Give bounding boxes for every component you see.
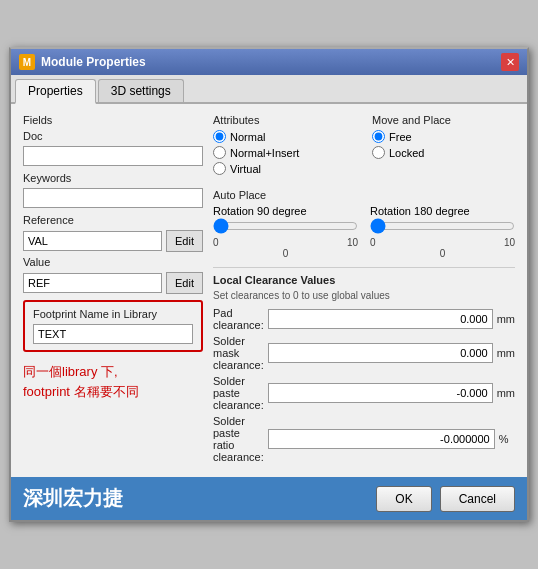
app-icon: M xyxy=(19,54,35,70)
value-input[interactable] xyxy=(23,273,162,293)
move-locked-label: Locked xyxy=(389,147,424,159)
reference-input[interactable] xyxy=(23,231,162,251)
value-row: Edit xyxy=(23,272,203,294)
module-properties-window: M Module Properties ✕ Properties 3D sett… xyxy=(9,47,529,522)
rotation90-slider[interactable] xyxy=(213,219,358,233)
note-text: 同一個library 下, footprint 名稱要不同 xyxy=(23,362,203,401)
clearance-label-0: Pad clearance: xyxy=(213,307,264,331)
rotation90-track xyxy=(213,219,358,235)
auto-place-title: Auto Place xyxy=(213,189,515,201)
attr-normal-label: Normal xyxy=(230,131,265,143)
clearance-value-2[interactable] xyxy=(268,383,493,403)
bottom-brand-text: 深圳宏力捷 xyxy=(23,485,123,512)
move-free: Free xyxy=(372,130,515,143)
attr-normal-insert: Normal+Insert xyxy=(213,146,356,159)
attr-virtual: Virtual xyxy=(213,162,356,175)
tab-3d-settings[interactable]: 3D settings xyxy=(98,79,184,102)
bottom-bar: 深圳宏力捷 OK Cancel xyxy=(11,477,527,520)
rotation90-numbers: 0 10 xyxy=(213,237,358,248)
clearance-unit-1: mm xyxy=(497,347,515,359)
rotation90-min: 0 xyxy=(213,237,219,248)
rotation90-label: Rotation 90 degree xyxy=(213,205,358,217)
move-place-title: Move and Place xyxy=(372,114,515,126)
rotation180-min: 0 xyxy=(370,237,376,248)
clearance-unit-2: mm xyxy=(497,387,515,399)
note-line2: footprint 名稱要不同 xyxy=(23,382,203,402)
fp-name-label: Footprint Name in Library xyxy=(33,308,193,320)
move-free-label: Free xyxy=(389,131,412,143)
rotation180-max: 10 xyxy=(504,237,515,248)
ok-button[interactable]: OK xyxy=(376,486,431,512)
attr-normalinsert-radio[interactable] xyxy=(213,146,226,159)
main-content: Fields Doc Keywords Reference Edit Value xyxy=(11,104,527,477)
rotation180-track xyxy=(370,219,515,235)
right-column: Attributes Normal Normal+Insert xyxy=(213,114,515,467)
button-group: OK Cancel xyxy=(376,486,515,512)
window-title: Module Properties xyxy=(41,55,146,69)
fields-label: Fields xyxy=(23,114,203,126)
rotation180-value: 0 xyxy=(370,248,515,259)
move-place-section: Move and Place Free Locked xyxy=(372,114,515,181)
reference-row: Edit xyxy=(23,230,203,252)
clearance-value-0[interactable] xyxy=(268,309,493,329)
doc-label: Doc xyxy=(23,130,203,142)
reference-edit-button[interactable]: Edit xyxy=(166,230,203,252)
value-edit-button[interactable]: Edit xyxy=(166,272,203,294)
clearance-section: Local Clearance Values Set clearances to… xyxy=(213,267,515,463)
move-locked: Locked xyxy=(372,146,515,159)
rotation90-max: 10 xyxy=(347,237,358,248)
attributes-title: Attributes xyxy=(213,114,356,126)
auto-place-section: Auto Place Rotation 90 degree 0 10 0 xyxy=(213,189,515,259)
top-right-sections: Attributes Normal Normal+Insert xyxy=(213,114,515,181)
move-locked-radio[interactable] xyxy=(372,146,385,159)
keywords-input[interactable] xyxy=(23,188,203,208)
doc-input[interactable] xyxy=(23,146,203,166)
clearance-value-1[interactable] xyxy=(268,343,493,363)
rotation180-numbers: 0 10 xyxy=(370,237,515,248)
cancel-button[interactable]: Cancel xyxy=(440,486,515,512)
note-line1: 同一個library 下, xyxy=(23,362,203,382)
clearance-label-2: Solder paste clearance: xyxy=(213,375,264,411)
clearance-row-2: Solder paste clearance: mm xyxy=(213,375,515,411)
rotation90-group: Rotation 90 degree 0 10 0 xyxy=(213,205,358,259)
attr-normal: Normal xyxy=(213,130,356,143)
tabs-bar: Properties 3D settings xyxy=(11,75,527,104)
left-column: Fields Doc Keywords Reference Edit Value xyxy=(23,114,203,467)
clearance-value-3[interactable] xyxy=(268,429,495,449)
rotation180-label: Rotation 180 degree xyxy=(370,205,515,217)
clearance-title: Local Clearance Values xyxy=(213,274,515,286)
move-place-radio-group: Free Locked xyxy=(372,130,515,159)
reference-label: Reference xyxy=(23,214,203,226)
attributes-radio-group: Normal Normal+Insert Virtual xyxy=(213,130,356,175)
clearance-label-1: Solder mask clearance: xyxy=(213,335,264,371)
clearance-label-3: Solder paste ratio clearance: xyxy=(213,415,264,463)
columns-layout: Fields Doc Keywords Reference Edit Value xyxy=(23,114,515,467)
rotation90-value: 0 xyxy=(213,248,358,259)
keywords-label: Keywords xyxy=(23,172,203,184)
footprint-name-box: Footprint Name in Library xyxy=(23,300,203,352)
value-label: Value xyxy=(23,256,203,268)
attr-virtual-radio[interactable] xyxy=(213,162,226,175)
clearance-row-3: Solder paste ratio clearance: % xyxy=(213,415,515,463)
sliders-row: Rotation 90 degree 0 10 0 Rotation 18 xyxy=(213,205,515,259)
clearance-row-0: Pad clearance: mm xyxy=(213,307,515,331)
tab-properties[interactable]: Properties xyxy=(15,79,96,104)
title-bar: M Module Properties ✕ xyxy=(11,49,527,75)
clearance-row-1: Solder mask clearance: mm xyxy=(213,335,515,371)
title-bar-left: M Module Properties xyxy=(19,54,146,70)
clearance-subtitle: Set clearances to 0 to use global values xyxy=(213,290,515,301)
rotation180-slider[interactable] xyxy=(370,219,515,233)
fp-name-input[interactable] xyxy=(33,324,193,344)
attr-normal-radio[interactable] xyxy=(213,130,226,143)
attr-virtual-label: Virtual xyxy=(230,163,261,175)
clearance-unit-3: % xyxy=(499,433,515,445)
move-free-radio[interactable] xyxy=(372,130,385,143)
close-button[interactable]: ✕ xyxy=(501,53,519,71)
rotation180-group: Rotation 180 degree 0 10 0 xyxy=(370,205,515,259)
attributes-section: Attributes Normal Normal+Insert xyxy=(213,114,356,181)
attr-normalinsert-label: Normal+Insert xyxy=(230,147,299,159)
clearance-unit-0: mm xyxy=(497,313,515,325)
